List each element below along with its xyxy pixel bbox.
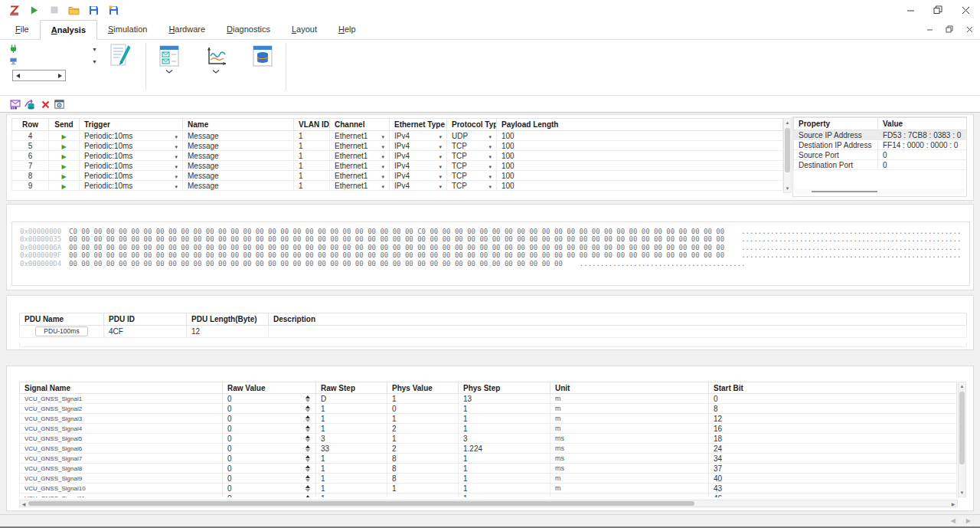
spin-down-icon[interactable] — [305, 449, 310, 452]
ethernet-type-cell[interactable]: IPv4 — [390, 141, 447, 151]
spin-down-icon[interactable] — [305, 459, 310, 462]
spin-down-icon[interactable] — [305, 469, 310, 472]
name-cell[interactable]: Message — [183, 181, 294, 191]
dropdown-arrow-icon[interactable] — [381, 142, 384, 150]
dropdown-arrow-icon[interactable] — [439, 182, 442, 190]
tab-scroll-right-icon[interactable]: ▶ — [966, 517, 971, 524]
hex-bytes[interactable]: 00 00 00 00 00 00 00 00 00 00 00 00 00 0… — [69, 235, 724, 243]
dropdown-arrow-icon[interactable] — [439, 152, 442, 160]
ethernet-type-cell[interactable]: IPv4 — [390, 181, 447, 191]
property-panel-hscrollbar[interactable] — [795, 189, 965, 194]
signals-vscrollbar[interactable]: ▲ ▼ — [958, 382, 966, 497]
ethernet-type-cell[interactable]: IPv4 — [390, 171, 447, 181]
scrollbar-thumb[interactable] — [959, 392, 965, 464]
channel-cell[interactable]: Ethernet1 — [330, 181, 390, 191]
dropdown-arrow-icon[interactable] — [488, 142, 492, 150]
dropdown-arrow-icon[interactable] — [381, 132, 384, 140]
property-name-cell[interactable]: Destination Port — [794, 160, 878, 170]
raw-value-cell[interactable]: 0 — [223, 414, 316, 424]
add-message-button[interactable] — [9, 98, 21, 110]
ethernet-type-cell[interactable]: IPv4 — [390, 151, 447, 161]
raw-step-cell[interactable]: 1 — [316, 414, 387, 424]
dropdown-arrow-icon[interactable] — [175, 152, 178, 160]
hex-editor[interactable]: 0x00000000 C0 00 00 00 00 00 00 00 00 00… — [11, 221, 970, 286]
raw-value-spinner[interactable] — [304, 415, 311, 422]
speed-decrease-icon[interactable] — [16, 74, 20, 78]
ethernet-type-cell[interactable]: IPv4 — [390, 131, 447, 141]
property-name-cell[interactable]: Destiation IP Address — [794, 140, 878, 150]
scrollbar-thumb[interactable] — [28, 501, 694, 506]
raw-step-cell[interactable]: 1 — [316, 404, 387, 414]
spin-down-icon[interactable] — [305, 399, 310, 402]
raw-step-cell[interactable]: 1 — [316, 424, 387, 434]
vlan-id-cell[interactable]: 1 — [294, 161, 330, 171]
spin-down-icon[interactable] — [305, 409, 310, 412]
trigger-cell[interactable]: Periodic:10ms — [80, 151, 183, 161]
send-cell[interactable] — [49, 161, 80, 171]
payload-length-cell[interactable]: 100 — [497, 141, 783, 151]
send-cell[interactable] — [49, 131, 80, 141]
scroll-down-icon[interactable]: ▼ — [784, 185, 791, 192]
dropdown-arrow-icon[interactable] — [488, 162, 492, 170]
child-close-button[interactable] — [963, 23, 975, 35]
spin-down-icon[interactable] — [305, 489, 310, 492]
add-tab-button[interactable] — [73, 516, 87, 517]
delete-button[interactable] — [39, 98, 51, 110]
protocol-type-cell[interactable]: TCP — [447, 171, 497, 181]
raw-step-cell[interactable]: D — [316, 394, 387, 404]
property-name-cell[interactable]: Source Port — [794, 150, 878, 160]
trace-expand-icon[interactable] — [165, 70, 173, 74]
spin-up-icon[interactable] — [305, 465, 310, 468]
dropdown-arrow-icon[interactable] — [381, 182, 384, 190]
vlan-id-cell[interactable]: 1 — [294, 141, 330, 151]
raw-value-spinner[interactable] — [304, 435, 311, 442]
dropdown-arrow-icon[interactable] — [439, 172, 442, 180]
payload-length-cell[interactable]: 100 — [497, 151, 783, 161]
name-cell[interactable]: Message — [183, 171, 294, 181]
hex-bytes[interactable]: 00 00 00 00 00 00 00 00 00 00 00 00 00 0… — [69, 260, 563, 267]
menu-item[interactable]: Hardware — [158, 20, 216, 40]
raw-value-spinner[interactable] — [304, 425, 311, 432]
spin-up-icon[interactable] — [305, 405, 310, 408]
scroll-up-icon[interactable]: ▲ — [784, 119, 791, 126]
payload-length-cell[interactable]: 100 — [497, 181, 783, 191]
vlan-id-cell[interactable]: 1 — [294, 171, 330, 181]
vlan-id-cell[interactable]: 1 — [294, 151, 330, 161]
dropdown-arrow-icon[interactable] — [439, 132, 442, 140]
dropdown-arrow-icon[interactable] — [381, 172, 384, 180]
speed-stepper[interactable] — [12, 70, 66, 81]
spin-down-icon[interactable] — [305, 439, 310, 442]
pdu-name-button[interactable]: PDU-100ms — [35, 326, 87, 336]
speed-increase-icon[interactable] — [58, 74, 62, 78]
protocol-type-cell[interactable]: TCP — [447, 181, 497, 191]
dropdown-arrow-icon[interactable] — [439, 142, 442, 150]
send-play-icon[interactable] — [61, 132, 66, 140]
spin-up-icon[interactable] — [305, 455, 310, 458]
signals-hscrollbar[interactable]: ◀ ▶ — [19, 500, 958, 507]
raw-step-cell[interactable]: 1 — [316, 494, 387, 498]
raw-value-spinner[interactable] — [304, 485, 311, 492]
graphic-button[interactable] — [192, 41, 240, 74]
scrollbar-thumb[interactable] — [785, 128, 790, 172]
spin-up-icon[interactable] — [305, 425, 310, 428]
spin-up-icon[interactable] — [305, 395, 310, 398]
tab-scroll-left-icon[interactable]: ◀ — [951, 517, 956, 524]
property-value-cell[interactable]: FD53 : 7CB8 : 0383 : 0 — [878, 130, 968, 140]
send-play-icon[interactable] — [61, 182, 66, 190]
hex-bytes[interactable]: 00 00 00 00 00 00 00 00 00 00 00 00 00 0… — [69, 244, 724, 251]
raw-step-cell[interactable]: 1 — [316, 474, 387, 484]
raw-step-cell[interactable]: 1 — [316, 484, 387, 494]
system-messages-button[interactable] — [96, 41, 144, 70]
send-cell[interactable] — [49, 141, 80, 151]
minimize-button[interactable] — [902, 2, 919, 18]
database-button[interactable] — [239, 41, 286, 70]
raw-step-cell[interactable]: 1 — [316, 464, 387, 474]
raw-value-cell[interactable]: 0 — [223, 404, 316, 414]
protocol-type-cell[interactable]: UDP — [447, 131, 497, 141]
ethernet-type-cell[interactable]: IPv4 — [390, 161, 447, 171]
raw-value-spinner[interactable] — [304, 465, 311, 472]
spin-up-icon[interactable] — [305, 495, 310, 498]
scroll-right-icon[interactable]: ▶ — [949, 500, 957, 507]
scrollbar-thumb[interactable] — [812, 191, 877, 192]
dropdown-arrow-icon[interactable] — [175, 162, 178, 170]
